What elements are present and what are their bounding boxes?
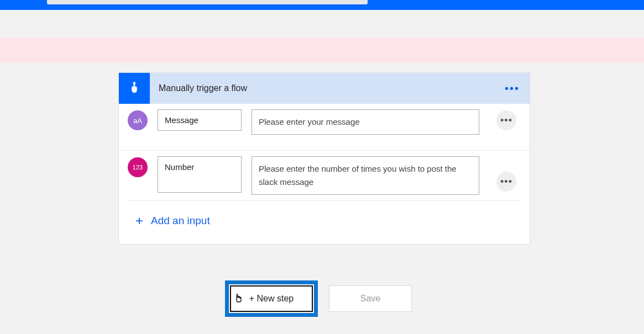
number-type-icon: 123 <box>128 157 148 177</box>
input-row-message: aA Message Please enter your message ••• <box>119 104 530 151</box>
plus-icon: + <box>135 213 143 229</box>
trigger-title: Manually trigger a flow <box>159 83 247 93</box>
input-row-number: 123 Number Please enter the number of ti… <box>119 151 530 200</box>
input-row-more-menu[interactable]: ••• <box>496 172 516 192</box>
search-input-placeholder-bar[interactable] <box>47 0 368 4</box>
text-type-icon: aA <box>128 110 148 130</box>
save-button[interactable]: Save <box>329 285 412 312</box>
notification-banner <box>0 38 644 63</box>
trigger-card: Manually trigger a flow ••• aA Message P… <box>118 72 530 245</box>
new-step-button[interactable]: + New step <box>230 285 313 312</box>
add-input-label: Add an input <box>151 215 210 227</box>
input-name-field[interactable]: Message <box>158 109 242 131</box>
input-description-field[interactable]: Please enter your message <box>252 109 479 135</box>
trigger-card-header[interactable]: Manually trigger a flow ••• <box>119 73 530 104</box>
input-name-field[interactable]: Number <box>158 156 242 193</box>
top-app-bar <box>0 0 644 10</box>
input-row-more-menu[interactable]: ••• <box>496 110 516 130</box>
input-description-field[interactable]: Please enter the number of times you wis… <box>252 156 479 195</box>
bottom-action-buttons: + New step Save <box>225 280 412 317</box>
new-step-highlight: + New step <box>225 280 318 317</box>
svg-rect-1 <box>134 83 135 87</box>
add-input-button[interactable]: + Add an input <box>119 201 530 244</box>
card-more-menu[interactable]: ••• <box>505 82 520 95</box>
manual-trigger-icon <box>119 73 150 104</box>
